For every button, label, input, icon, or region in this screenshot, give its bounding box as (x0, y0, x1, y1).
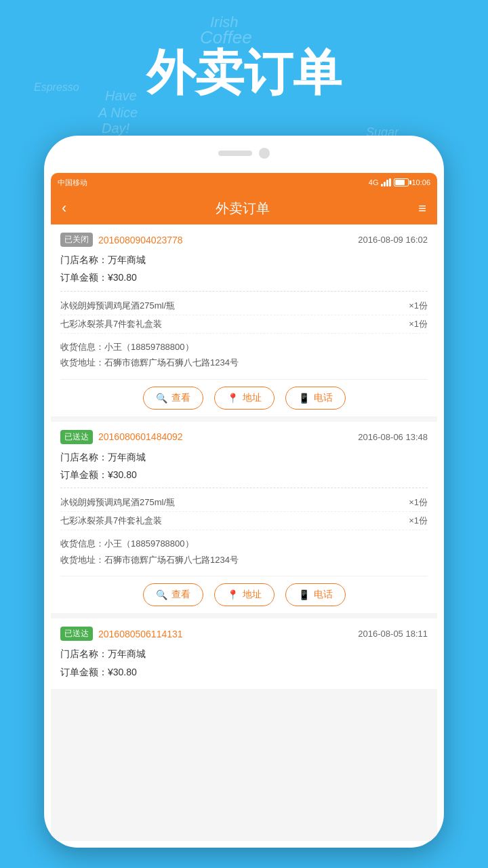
order-date-3: 2016-08-05 18:11 (358, 629, 428, 639)
phone-button-2[interactable]: 📱 电话 (285, 583, 346, 606)
product-qty-2-0: ×1份 (409, 496, 428, 509)
time-label: 10:06 (411, 178, 430, 186)
address-info-2: 收货地址：石狮市德辉广场石狮八七路1234号 (60, 552, 428, 568)
amount-value-1: ¥30.80 (108, 272, 137, 283)
back-button[interactable]: ‹ (62, 199, 66, 217)
search-icon-2: 🔍 (156, 589, 167, 600)
receiver-info-1: 收货信息：小王（18859788800） (60, 339, 428, 355)
menu-button[interactable]: ≡ (418, 201, 426, 216)
product-name-2-1: 七彩冰裂茶具7件套礼盒装 (60, 515, 162, 527)
phone-label-2: 电话 (314, 589, 333, 601)
order-amount-3: 订单金额：¥30.80 (60, 665, 428, 679)
action-buttons-2: 🔍 查看 📍 地址 📱 电话 (60, 576, 428, 606)
product-qty-2-1: ×1份 (409, 515, 428, 527)
receiver-name-2: 小王（18859788800） (104, 538, 194, 549)
receiver-label-2: 收货信息： (60, 538, 104, 549)
receiver-info-2: 收货信息：小王（18859788800） (60, 536, 428, 551)
phone-icon-1: 📱 (298, 393, 310, 403)
page-title: 外卖订单 (0, 41, 488, 106)
view-button-1[interactable]: 🔍 查看 (143, 387, 203, 410)
order-header-2: 已送达 2016080601484092 2016-08-06 13:48 (60, 430, 428, 444)
battery-fill (395, 180, 405, 185)
status-badge-1: 已关闭 (60, 233, 93, 247)
order-number-2: 2016080601484092 (98, 431, 183, 442)
view-label-1: 查看 (171, 392, 190, 404)
address-info-1: 收货地址：石狮市德辉广场石狮八七路1234号 (60, 355, 428, 370)
battery-icon (394, 178, 409, 186)
product-row-1-0: 冰锐朗姆预调鸡尾酒275ml/瓶 ×1份 (60, 297, 428, 315)
order-date-1: 2016-08-09 16:02 (358, 235, 428, 245)
order-number-1: 2016080904023778 (98, 235, 183, 245)
divider-1 (60, 291, 428, 292)
phone-speaker (218, 151, 252, 156)
receiver-section-1: 收货信息：小王（18859788800） 收货地址：石狮市德辉广场石狮八七路12… (60, 339, 428, 371)
order-card-3: 已送达 2016080506114131 2016-08-05 18:11 门店… (51, 618, 437, 689)
status-right: 4G 10:06 (369, 178, 430, 186)
order-header-left-3: 已送达 2016080506114131 (60, 627, 183, 641)
address-value-2: 石狮市德辉广场石狮八七路1234号 (104, 555, 239, 565)
receiver-name-1: 小王（18859788800） (104, 342, 194, 352)
phone-screen: 中国移动 4G 10:06 ‹ 外卖订单 ≡ (51, 173, 437, 841)
receiver-label-1: 收货信息： (60, 342, 104, 352)
store-label-3: 门店名称： (60, 648, 108, 659)
product-qty-1-0: ×1份 (409, 300, 428, 312)
status-badge-2: 已送达 (60, 430, 93, 444)
view-button-2[interactable]: 🔍 查看 (143, 583, 203, 606)
order-store-3: 门店名称：万年商城 (60, 646, 428, 661)
location-icon-2: 📍 (227, 589, 239, 600)
order-store-1: 门店名称：万年商城 (60, 252, 428, 267)
product-name-1-1: 七彩冰裂茶具7件套礼盒装 (60, 318, 162, 330)
product-row-2-0: 冰锐朗姆预调鸡尾酒275ml/瓶 ×1份 (60, 494, 428, 512)
order-list: 已关闭 2016080904023778 2016-08-09 16:02 门店… (51, 224, 437, 841)
product-name-1-0: 冰锐朗姆预调鸡尾酒275ml/瓶 (60, 300, 175, 312)
store-name-3: 万年商城 (108, 648, 146, 659)
order-number-3: 2016080506114131 (98, 629, 183, 639)
order-card-1: 已关闭 2016080904023778 2016-08-09 16:02 门店… (51, 224, 437, 416)
product-row-1-1: 七彩冰裂茶具7件套礼盒装 ×1份 (60, 315, 428, 334)
app-header: ‹ 外卖订单 ≡ (51, 192, 437, 224)
order-header-1: 已关闭 2016080904023778 2016-08-09 16:02 (60, 233, 428, 247)
amount-label-2: 订单金额： (60, 469, 108, 480)
phone-camera (259, 148, 270, 159)
address-button-2[interactable]: 📍 地址 (214, 583, 274, 606)
signal-icon (381, 178, 391, 186)
view-label-2: 查看 (171, 589, 190, 601)
order-card-2: 已送达 2016080601484092 2016-08-06 13:48 门店… (51, 422, 437, 614)
phone-label-1: 电话 (314, 392, 333, 404)
order-header-left-1: 已关闭 2016080904023778 (60, 233, 183, 247)
amount-label-1: 订单金额： (60, 272, 108, 283)
store-label-2: 门店名称： (60, 452, 108, 462)
search-icon-1: 🔍 (156, 393, 167, 403)
store-name-1: 万年商城 (108, 254, 146, 265)
order-header-left-2: 已送达 2016080601484092 (60, 430, 183, 444)
phone-icon-2: 📱 (298, 589, 310, 600)
address-label-1: 收货地址： (60, 357, 104, 368)
order-store-2: 门店名称：万年商城 (60, 450, 428, 465)
divider-2 (60, 488, 428, 488)
address-value-1: 石狮市德辉广场石狮八七路1234号 (104, 357, 239, 368)
amount-value-2: ¥30.80 (108, 469, 137, 480)
product-qty-1-1: ×1份 (409, 318, 428, 330)
store-label-1: 门店名称： (60, 254, 108, 265)
header-title: 外卖订单 (216, 199, 270, 218)
order-header-3: 已送达 2016080506114131 2016-08-05 18:11 (60, 627, 428, 641)
store-name-2: 万年商城 (108, 452, 146, 462)
address-btn-label-1: 地址 (243, 392, 262, 404)
amount-value-3: ¥30.80 (108, 667, 137, 677)
address-btn-label-2: 地址 (243, 589, 262, 601)
order-amount-2: 订单金额：¥30.80 (60, 467, 428, 482)
bg-deco-nice: A Nice (98, 105, 138, 121)
phone-frame: 中国移动 4G 10:06 ‹ 外卖订单 ≡ (44, 136, 444, 848)
address-label-2: 收货地址： (60, 555, 104, 565)
receiver-section-2: 收货信息：小王（18859788800） 收货地址：石狮市德辉广场石狮八七路12… (60, 536, 428, 568)
order-amount-1: 订单金额：¥30.80 (60, 270, 428, 285)
order-date-2: 2016-08-06 13:48 (358, 432, 428, 442)
bg-deco-irish: Irish (210, 14, 239, 31)
location-icon-1: 📍 (227, 393, 239, 403)
address-button-1[interactable]: 📍 地址 (214, 387, 274, 410)
phone-button-1[interactable]: 📱 电话 (285, 387, 346, 410)
carrier-label: 中国移动 (58, 178, 87, 188)
product-name-2-0: 冰锐朗姆预调鸡尾酒275ml/瓶 (60, 496, 175, 509)
action-buttons-1: 🔍 查看 📍 地址 📱 电话 (60, 379, 428, 410)
amount-label-3: 订单金额： (60, 667, 108, 677)
